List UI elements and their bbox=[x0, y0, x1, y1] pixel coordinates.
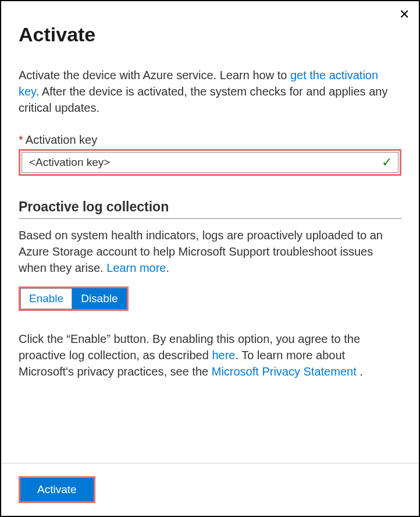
activation-key-input[interactable] bbox=[28, 155, 382, 169]
activation-key-input-highlight: ✓ bbox=[19, 149, 401, 176]
activate-button-highlight: Activate bbox=[19, 476, 95, 503]
here-link[interactable]: here bbox=[212, 349, 235, 362]
agree-part3: . bbox=[357, 365, 363, 378]
page-title: Activate bbox=[19, 23, 401, 46]
proactive-log-desc: Based on system health indicators, logs … bbox=[19, 227, 401, 276]
required-star-icon: * bbox=[19, 133, 23, 146]
disable-button[interactable]: Disable bbox=[72, 288, 126, 309]
privacy-statement-link[interactable]: Microsoft Privacy Statement bbox=[212, 365, 357, 378]
proactive-log-heading: Proactive log collection bbox=[19, 199, 401, 219]
activation-key-label: *Activation key bbox=[19, 133, 401, 147]
enable-button[interactable]: Enable bbox=[20, 288, 72, 309]
activation-key-input-container: ✓ bbox=[22, 152, 398, 173]
proactive-desc-part1: Based on system health indicators, logs … bbox=[19, 229, 383, 274]
intro-text: Activate the device with Azure service. … bbox=[19, 67, 401, 116]
proactive-desc-part2: . bbox=[166, 261, 169, 274]
activate-panel: ✕ Activate Activate the device with Azur… bbox=[0, 0, 420, 517]
panel-content: Activate Activate the device with Azure … bbox=[1, 1, 419, 463]
learn-more-link[interactable]: Learn more bbox=[106, 261, 166, 274]
panel-footer: Activate bbox=[1, 463, 419, 516]
intro-part1: Activate the device with Azure service. … bbox=[19, 69, 290, 82]
checkmark-icon: ✓ bbox=[382, 155, 392, 170]
activation-key-label-text: Activation key bbox=[26, 133, 97, 146]
enable-disable-toggle: Enable Disable bbox=[19, 286, 129, 311]
agree-text: Click the “Enable” button. By enabling t… bbox=[19, 331, 401, 380]
activate-button[interactable]: Activate bbox=[20, 478, 94, 501]
intro-part2: . After the device is activated, the sys… bbox=[19, 85, 387, 114]
close-icon[interactable]: ✕ bbox=[397, 6, 412, 23]
